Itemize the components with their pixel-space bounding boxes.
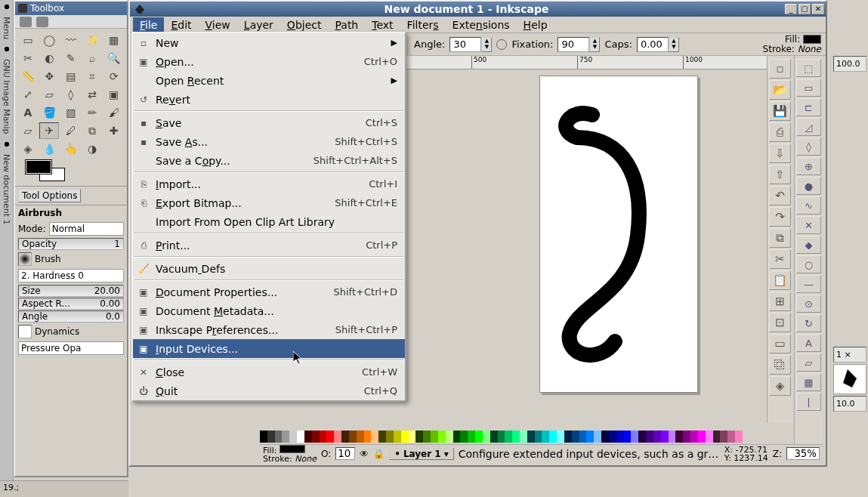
menu-extensions[interactable]: Extensions xyxy=(446,17,517,32)
palette-swatch[interactable] xyxy=(260,431,267,443)
angle-input[interactable] xyxy=(449,37,481,52)
menu-layer[interactable]: Layer xyxy=(237,17,280,32)
menu-view[interactable]: View xyxy=(199,17,237,32)
menu-item-document-metadata[interactable]: ▣Document Metadata... xyxy=(133,301,405,320)
brush-preview-icon[interactable] xyxy=(18,252,32,266)
snap-node[interactable]: ● xyxy=(796,177,821,195)
menu-item-save-a-copy[interactable]: Save a Copy...Shift+Ctrl+Alt+S xyxy=(133,151,405,170)
taskbar-item[interactable]: GNU Image Manip xyxy=(0,56,13,137)
palette-swatch[interactable] xyxy=(282,431,289,443)
palette-swatch[interactable] xyxy=(601,431,609,443)
palette-swatch[interactable] xyxy=(453,431,461,443)
palette-swatch[interactable] xyxy=(675,431,683,443)
opacity-slider[interactable]: Opacity 1 xyxy=(18,238,124,250)
caps-input[interactable] xyxy=(637,37,669,52)
fill-swatch[interactable] xyxy=(803,35,821,44)
palette-swatch[interactable] xyxy=(275,431,283,443)
size-slider[interactable]: Size 20.00 xyxy=(18,285,124,297)
palette-swatch[interactable] xyxy=(706,431,713,443)
palette-swatch[interactable] xyxy=(297,431,304,443)
stroke-value[interactable]: None xyxy=(798,44,821,54)
start-icon[interactable] xyxy=(2,2,12,12)
palette-swatch[interactable] xyxy=(594,431,601,443)
snap-bbox[interactable]: ▭ xyxy=(796,79,821,97)
palette-swatch[interactable] xyxy=(475,431,483,443)
tool-ink[interactable]: 🖊 xyxy=(61,122,81,139)
mode-dropdown[interactable]: Normal xyxy=(49,222,124,236)
palette-swatch[interactable] xyxy=(549,431,557,443)
palette-swatch[interactable] xyxy=(624,431,632,443)
palette-swatch[interactable] xyxy=(415,431,423,443)
palette-swatch[interactable] xyxy=(394,431,401,443)
menu-item-open[interactable]: ▣Open...Ctrl+O xyxy=(133,52,405,71)
tool-flip[interactable]: ⇄ xyxy=(82,86,102,103)
palette-swatch[interactable] xyxy=(409,431,416,443)
open-button[interactable]: 📂 xyxy=(769,80,791,100)
paste-button[interactable]: 📋 xyxy=(769,270,791,290)
aspect-slider[interactable]: Aspect R... 0.00 xyxy=(18,298,124,310)
palette-swatch[interactable] xyxy=(609,431,616,443)
snap-cusp[interactable]: ◆ xyxy=(796,236,821,254)
tool-eraser[interactable]: ▱ xyxy=(18,122,38,139)
palette-swatch[interactable] xyxy=(320,431,327,443)
palette-swatch[interactable] xyxy=(535,431,542,443)
menu-item-document-properties[interactable]: ▣Document Properties...Shift+Ctrl+D xyxy=(133,282,405,301)
snap-text[interactable]: A xyxy=(796,334,821,352)
menu-text[interactable]: Text xyxy=(365,17,400,32)
palette-swatch[interactable] xyxy=(304,431,312,443)
new-doc-button[interactable]: ▫ xyxy=(769,59,791,79)
menu-item-inkscape-preferences[interactable]: ▣Inkscape Preferences...Shift+Ctrl+P xyxy=(133,320,405,339)
snap-path[interactable]: ∿ xyxy=(796,196,821,215)
snap-midpoint[interactable]: ◊ xyxy=(796,137,821,156)
palette-swatch[interactable] xyxy=(334,431,341,443)
palette-swatch[interactable] xyxy=(289,431,297,443)
palette-swatch[interactable] xyxy=(542,431,549,443)
duplicate-button[interactable]: ⿻ xyxy=(769,355,791,375)
taskbar-item[interactable]: Menu xyxy=(0,14,13,42)
palette-swatch[interactable] xyxy=(423,431,431,443)
menu-item-new[interactable]: ▫New▶ xyxy=(133,33,405,52)
tool-smudge[interactable]: 👆 xyxy=(61,140,81,157)
inkscape-taskbar-icon[interactable] xyxy=(2,139,12,150)
panel-value[interactable]: 1 × xyxy=(833,347,866,363)
tool-color-picker[interactable]: ⌕ xyxy=(82,50,102,66)
maximize-button[interactable]: ▢ xyxy=(798,4,811,14)
close-button[interactable]: ✕ xyxy=(812,4,824,14)
palette-swatch[interactable] xyxy=(690,431,698,443)
palette-swatch[interactable] xyxy=(468,431,475,443)
snap-edge[interactable]: ⊏ xyxy=(796,98,821,116)
palette-swatch[interactable] xyxy=(312,431,320,443)
snap-rotation[interactable]: ↻ xyxy=(796,314,821,332)
zoom-input[interactable] xyxy=(786,447,820,460)
layer-selector[interactable]: •Layer 1 ▾ xyxy=(389,448,453,460)
export-button[interactable]: ⇧ xyxy=(769,165,791,184)
import-button[interactable]: ⇩ xyxy=(769,144,791,163)
palette-swatch[interactable] xyxy=(720,431,727,443)
undo-button[interactable]: ↶ xyxy=(769,186,791,205)
tool-move[interactable]: ✥ xyxy=(39,68,59,85)
palette-swatch[interactable] xyxy=(557,431,564,443)
panel-value[interactable]: 100.0 xyxy=(833,56,866,72)
tool-text[interactable]: A xyxy=(18,104,38,121)
menu-item-close[interactable]: ✕CloseCtrl+W xyxy=(133,363,405,381)
lock-icon[interactable]: 🔒 xyxy=(373,449,385,459)
inkscape-titlebar[interactable]: New document 1 - Inkscape _ ▢ ✕ xyxy=(130,2,826,17)
menu-item-quit[interactable]: ⏻QuitCtrl+Q xyxy=(133,381,405,400)
menu-edit[interactable]: Edit xyxy=(164,17,198,32)
tool-blur[interactable]: 💧 xyxy=(39,140,59,157)
menu-item-vacuum-defs[interactable]: 🧹Vacuum Defs xyxy=(133,259,405,278)
clone-button[interactable]: ◈ xyxy=(769,376,791,396)
menu-item-save[interactable]: ▪SaveCtrl+S xyxy=(133,113,405,132)
tool-paths[interactable]: ✎ xyxy=(61,50,81,66)
tool-free-select[interactable]: 〰 xyxy=(61,32,81,48)
tool-dodge[interactable]: ◑ xyxy=(82,140,102,157)
angle-slider[interactable]: Angle 0.0 xyxy=(18,310,124,323)
menu-file[interactable]: File xyxy=(133,17,164,32)
tool-pencil[interactable]: ✏ xyxy=(82,104,102,121)
nav-preview[interactable] xyxy=(833,364,866,394)
brush-selector[interactable]: 2. Hardness 0 xyxy=(18,269,124,282)
palette-swatch[interactable] xyxy=(431,431,438,443)
menu-help[interactable]: Help xyxy=(517,17,554,32)
minimize-button[interactable]: _ xyxy=(785,4,797,14)
palette-swatch[interactable] xyxy=(661,431,669,443)
